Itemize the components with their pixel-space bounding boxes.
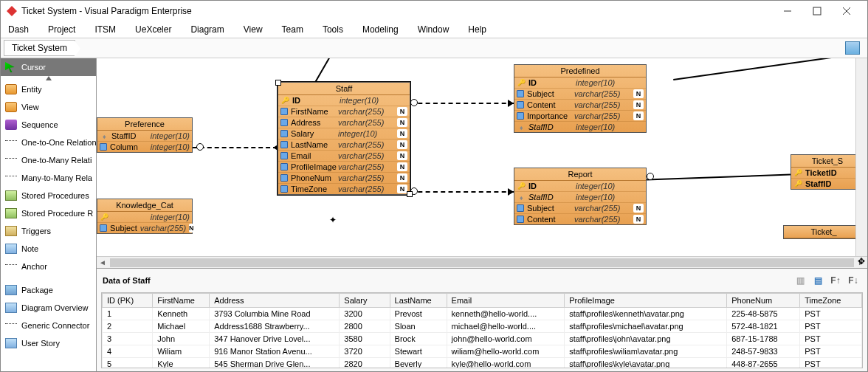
- connector-port[interactable]: ✦: [329, 217, 337, 224]
- grid-cell[interactable]: staff\profiles\kenneth\avatar.png: [565, 308, 727, 320]
- grid-cell[interactable]: staff\profiles\kyle\avatar.png: [565, 358, 727, 369]
- connector-port[interactable]: [196, 143, 204, 151]
- grid-cell[interactable]: 4: [103, 345, 153, 358]
- entity-knowledge[interactable]: Knowledge_Catinteger(10)Subjectvarchar(2…: [97, 199, 193, 234]
- entity-column[interactable]: LastNamevarchar(255)N: [278, 140, 410, 151]
- menu-help[interactable]: Help: [468, 24, 486, 35]
- connector[interactable]: [193, 147, 278, 148]
- palette-sequence[interactable]: Sequence: [1, 116, 96, 134]
- menu-view[interactable]: View: [244, 24, 263, 35]
- horizontal-scrollbar[interactable]: ◄ ►: [97, 256, 867, 268]
- grid-header[interactable]: PhoneNum: [727, 294, 800, 308]
- grid-cell[interactable]: 2800: [340, 320, 390, 333]
- entity-column[interactable]: TimeZonevarchar(255)N: [278, 184, 410, 194]
- palette-entity[interactable]: Entity: [1, 80, 96, 98]
- grid-cell[interactable]: kenneth@hello-world....: [447, 308, 565, 320]
- grid-cell[interactable]: 3: [103, 333, 153, 345]
- entity-column[interactable]: StaffIDinteger(10): [97, 131, 192, 142]
- entity-column[interactable]: Importancevarchar(255)N: [514, 111, 646, 122]
- palette-diagram-overview[interactable]: Diagram Overview: [1, 299, 96, 317]
- grid-cell[interactable]: Sloan: [390, 320, 447, 333]
- grid-cell[interactable]: Kyle: [153, 358, 210, 369]
- grid-cell[interactable]: staff\profiles\michael\avatar.png: [565, 320, 727, 333]
- grid-cell[interactable]: 3720: [340, 345, 390, 358]
- grid-cell[interactable]: 448-87-2655: [727, 358, 800, 369]
- scroll-thumb[interactable]: [110, 258, 854, 267]
- palette-view[interactable]: View: [1, 98, 96, 116]
- table-row[interactable]: 3John347 Hanover Drive Lovel...3580Brock…: [103, 333, 862, 345]
- grid-cell[interactable]: Wiliam: [153, 345, 210, 358]
- palette-user-story[interactable]: User Story: [1, 334, 96, 352]
- grid-cell[interactable]: 225-48-5875: [727, 308, 800, 320]
- palette-stored-procedures[interactable]: Stored Procedures: [1, 187, 96, 204]
- grid-cell[interactable]: PST: [800, 320, 862, 333]
- entity-column[interactable]: IDinteger(10): [278, 95, 410, 106]
- entity-column[interactable]: TicketID: [791, 168, 864, 179]
- menu-dash[interactable]: Dash: [8, 24, 29, 35]
- grid-cell[interactable]: kyle@hello-world.com: [447, 358, 565, 369]
- entity-column[interactable]: ProfileImagevarchar(255)N: [278, 162, 410, 173]
- grid-cell[interactable]: PST: [800, 345, 862, 358]
- entity-column[interactable]: PhoneNumvarchar(255)N: [278, 173, 410, 184]
- palette-note[interactable]: Note: [1, 240, 96, 258]
- grid-cell[interactable]: 545 Sherman Drive Glen...: [210, 358, 340, 369]
- entity-column[interactable]: IDinteger(10): [514, 78, 646, 89]
- connector-port[interactable]: [410, 99, 418, 106]
- entity-column[interactable]: StaffIDinteger(10): [514, 122, 646, 132]
- entity-column[interactable]: Contentvarchar(255)N: [514, 100, 646, 111]
- entity-staff[interactable]: StaffIDinteger(10)FirstNamevarchar(255)N…: [278, 82, 410, 195]
- diagram-tool-icon[interactable]: [845, 41, 860, 55]
- grid-cell[interactable]: michael@hello-world....: [447, 320, 565, 333]
- grid-cell[interactable]: Kenneth: [153, 308, 210, 320]
- grid-cell[interactable]: PST: [800, 333, 862, 345]
- table-row[interactable]: 5Kyle545 Sherman Drive Glen...2820Beverl…: [103, 358, 862, 369]
- grid-cell[interactable]: Address1688 Strawberry...: [210, 320, 340, 333]
- grid-cell[interactable]: Michael: [153, 320, 210, 333]
- entity-column[interactable]: StaffIDinteger(10): [514, 192, 646, 203]
- grid-cell[interactable]: staff\profiles\john\avatar.png: [565, 333, 727, 345]
- grid-cell[interactable]: John: [153, 333, 210, 345]
- entity-column[interactable]: Subjectvarchar(255)N: [97, 223, 192, 233]
- menu-uexceler[interactable]: UeXceler: [135, 24, 171, 35]
- entity-column[interactable]: Columninteger(10): [97, 142, 192, 152]
- entity-column[interactable]: FirstNamevarchar(255)N: [278, 106, 410, 117]
- menu-team[interactable]: Team: [282, 24, 303, 35]
- grid-cell[interactable]: 3793 Columbia Mine Road: [210, 308, 340, 320]
- db-icon[interactable]: ▥: [792, 273, 808, 288]
- palette-anchor[interactable]: Anchor: [1, 258, 96, 275]
- palette-one-to-many-relati[interactable]: One-to-Many Relati: [1, 151, 96, 169]
- grid-cell[interactable]: Beverly: [390, 358, 447, 369]
- grid-cell[interactable]: 3580: [340, 333, 390, 345]
- palette-many-to-many-rela[interactable]: Many-to-Many Rela: [1, 169, 96, 187]
- grid-cell[interactable]: 5: [103, 358, 153, 369]
- font-decrease-icon[interactable]: F↓: [845, 273, 861, 288]
- grid-cell[interactable]: 572-48-1821: [727, 320, 800, 333]
- grid-header[interactable]: Salary: [340, 294, 390, 308]
- grid-cell[interactable]: PST: [800, 308, 862, 320]
- menu-modeling[interactable]: Modeling: [362, 24, 399, 35]
- vertical-scrollbar[interactable]: [855, 58, 867, 256]
- grid-cell[interactable]: 2820: [340, 358, 390, 369]
- entity-preference[interactable]: PreferenceStaffIDinteger(10)Columnintege…: [97, 117, 193, 153]
- grid-cell[interactable]: 1: [103, 308, 153, 320]
- entity-ticket[interactable]: Ticket_: [783, 225, 864, 239]
- breadcrumb-item[interactable]: Ticket System: [4, 40, 75, 56]
- entity-column[interactable]: Addressvarchar(255)N: [278, 117, 410, 128]
- connector[interactable]: [410, 191, 514, 193]
- table-row[interactable]: 4Wiliam916 Manor Station Avenu...3720Ste…: [103, 345, 862, 358]
- entity-column[interactable]: Salaryinteger(10)N: [278, 128, 410, 140]
- menu-project[interactable]: Project: [48, 24, 75, 35]
- palette-cursor[interactable]: Cursor: [1, 58, 96, 76]
- grid-cell[interactable]: 347 Hanover Drive Lovel...: [210, 333, 340, 345]
- palette-one-to-one-relation[interactable]: One-to-One Relation: [1, 134, 96, 151]
- grid-cell[interactable]: 916 Manor Station Avenu...: [210, 345, 340, 358]
- grid-header[interactable]: ProfileImage: [565, 294, 727, 308]
- grid-header[interactable]: TimeZone: [800, 294, 862, 308]
- table-row[interactable]: 2MichaelAddress1688 Strawberry...2800Slo…: [103, 320, 862, 333]
- grid-header[interactable]: LastName: [390, 294, 447, 308]
- entity-column[interactable]: Subjectvarchar(255)N: [514, 203, 646, 214]
- scroll-left-icon[interactable]: ◄: [97, 258, 108, 266]
- entity-column[interactable]: Contentvarchar(255)N: [514, 214, 646, 224]
- font-increase-icon[interactable]: F↑: [827, 273, 844, 288]
- grid-cell[interactable]: Stewart: [390, 345, 447, 358]
